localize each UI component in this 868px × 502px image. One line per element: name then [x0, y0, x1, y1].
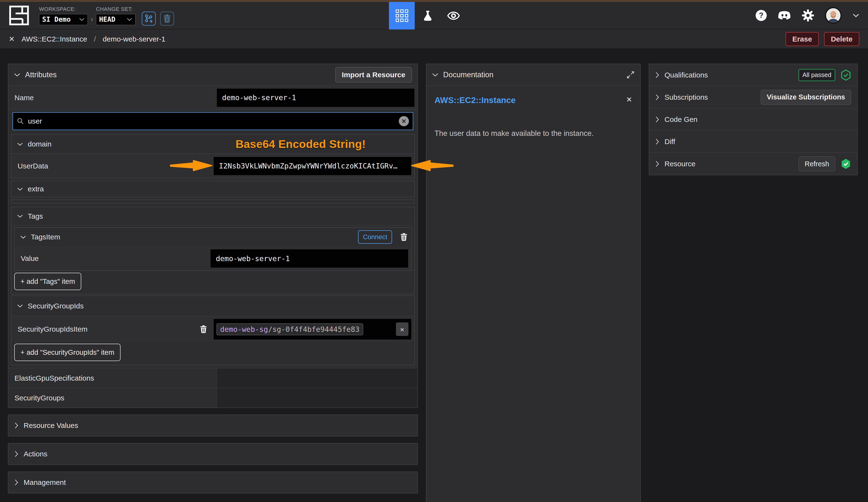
chevron-right-icon	[14, 451, 18, 457]
extra-group: extra	[11, 181, 415, 197]
attributes-title: Attributes	[25, 70, 56, 79]
elastic-gpu-specifications-row: ElasticGpuSpecifications	[8, 368, 417, 388]
tagsitem-header[interactable]: TagsItem Connect	[14, 228, 411, 247]
trash-icon	[400, 233, 407, 241]
workspace-label: WORKSPACE:	[39, 6, 88, 12]
actions-section[interactable]: Actions	[8, 443, 418, 465]
documentation-title: Documentation	[443, 70, 494, 79]
security-group-id-input[interactable]: demo-web-sg/sg-0f4f4bfe94445fe83 ✕	[214, 319, 412, 340]
security-group-ids-group: SecurityGroupIds SecurityGroupIdsItem	[11, 296, 415, 365]
visualize-subscriptions-button[interactable]: Visualize Subscriptions	[761, 90, 851, 105]
security-groups-row: SecurityGroups	[8, 388, 417, 408]
chevron-down-icon	[17, 214, 23, 218]
breadcrumb-separator: /	[94, 35, 96, 43]
refresh-resource-button[interactable]: Refresh	[798, 157, 835, 171]
window-top-strip	[0, 0, 868, 2]
right-column: Qualifications All passed Subscriptions …	[649, 64, 858, 175]
remove-chip-icon[interactable]: ✕	[396, 322, 409, 336]
discord-icon[interactable]	[778, 10, 791, 20]
tab-grid-view[interactable]	[389, 2, 415, 29]
delete-button[interactable]: Delete	[824, 32, 859, 46]
security-group-ids-header[interactable]: SecurityGroupIds	[11, 296, 414, 316]
workspace-value: SI Demo	[42, 16, 71, 23]
name-label: Name	[8, 94, 217, 102]
chevron-down-icon	[14, 73, 20, 77]
gear-icon[interactable]	[802, 9, 814, 21]
resource-exists-icon	[840, 158, 851, 170]
changeset-label: CHANGE SET:	[96, 6, 135, 12]
right-sections-block: Qualifications All passed Subscriptions …	[649, 64, 858, 175]
management-section[interactable]: Management	[8, 472, 418, 493]
chevron-right-icon	[655, 72, 659, 78]
workspace-group: WORKSPACE: SI Demo	[39, 6, 88, 25]
elastic-gpu-specifications-input[interactable]	[217, 368, 417, 388]
expand-icon[interactable]	[627, 71, 634, 79]
connect-button[interactable]: Connect	[358, 230, 392, 244]
component-actions: Erase Delete	[786, 32, 859, 46]
security-group-ids-item-label: SecurityGroupIdsItem	[11, 325, 196, 333]
extra-header[interactable]: extra	[11, 181, 414, 197]
documentation-header[interactable]: Documentation	[426, 64, 640, 86]
qualifications-label: Qualifications	[664, 71, 708, 79]
remove-tagsitem-button[interactable]	[400, 233, 407, 241]
name-input[interactable]: demo-web-server-1	[217, 88, 415, 107]
chip-source-path: /sg-0f4f4bfe94445fe83	[268, 325, 360, 333]
view-tabs	[389, 2, 466, 29]
chevron-down-icon	[17, 142, 23, 146]
close-icon[interactable]: ✕	[9, 35, 15, 43]
documentation-close-icon[interactable]: ✕	[626, 95, 632, 104]
avatar-photo	[826, 8, 840, 23]
erase-button[interactable]: Erase	[786, 32, 819, 46]
documentation-content: AWS::EC2::Instance ✕ The user data to ma…	[426, 86, 640, 148]
attributes-header[interactable]: Attributes Import a Resource	[8, 64, 417, 86]
changeset-select[interactable]: HEAD	[96, 14, 135, 25]
git-branch-plus-icon	[144, 14, 154, 23]
workspace-changeset-separator: ›	[91, 15, 93, 23]
tags-group: Tags TagsItem Connect	[11, 207, 415, 294]
resource-section[interactable]: Resource Refresh	[649, 153, 857, 175]
domain-header[interactable]: domain Base64 Encoded String!	[11, 135, 414, 153]
system-initiative-logo-icon	[9, 5, 29, 26]
domain-group: domain Base64 Encoded String! UserData I…	[11, 134, 415, 178]
tagsitem-group: TagsItem Connect	[14, 227, 412, 271]
changeset-actions	[142, 12, 174, 26]
name-row: Name demo-web-server-1	[8, 86, 417, 110]
qualifications-section[interactable]: Qualifications All passed	[649, 64, 857, 86]
tags-label: Tags	[28, 212, 43, 220]
userdata-input[interactable]: I2Nsb3VkLWNvbmZpZwpwYWNrYWdlczoKICAtIGRv…	[214, 157, 412, 175]
diff-section[interactable]: Diff	[649, 131, 857, 153]
chevron-right-icon	[14, 479, 18, 485]
chevron-down-icon[interactable]	[852, 13, 859, 18]
qualifications-status-badge: All passed	[798, 69, 835, 81]
security-groups-input[interactable]	[217, 388, 417, 408]
tags-header[interactable]: Tags	[11, 207, 414, 225]
subscriptions-section[interactable]: Subscriptions Visualize Subscriptions	[649, 86, 857, 108]
breadcrumb-name: demo-web-server-1	[103, 35, 165, 43]
tab-lab-view[interactable]	[415, 2, 441, 29]
clear-search-icon[interactable]: ✕	[399, 116, 409, 126]
base64-annotation: Base64 Encoded String!	[236, 138, 366, 151]
tag-value-input[interactable]: demo-web-server-1	[210, 249, 409, 268]
subscription-chip[interactable]: demo-web-sg/sg-0f4f4bfe94445fe83	[217, 323, 363, 335]
chevron-down-icon	[127, 18, 132, 21]
userdata-label: UserData	[11, 162, 214, 170]
documentation-heading: AWS::EC2::Instance	[434, 95, 516, 105]
create-changeset-button[interactable]	[142, 12, 156, 26]
import-resource-button[interactable]: Import a Resource	[335, 67, 412, 82]
chevron-right-icon	[655, 94, 659, 100]
chip-source-name: demo-web-sg	[220, 325, 268, 333]
avatar[interactable]	[825, 7, 841, 24]
tab-review-view[interactable]	[441, 2, 466, 29]
abandon-changeset-button[interactable]	[160, 12, 174, 26]
subscriptions-label: Subscriptions	[664, 93, 708, 101]
code-gen-section[interactable]: Code Gen	[649, 108, 857, 131]
trash-icon	[163, 14, 171, 23]
search-input[interactable]	[28, 117, 395, 125]
workspace-select[interactable]: SI Demo	[39, 14, 88, 25]
chevron-down-icon	[17, 304, 23, 308]
help-icon[interactable]: ?	[756, 10, 767, 21]
add-security-group-ids-item-button[interactable]: + add "SecurityGroupIds" item	[14, 344, 121, 361]
add-tags-item-button[interactable]: + add "Tags" item	[14, 273, 81, 290]
remove-security-group-id-button[interactable]	[200, 325, 207, 333]
resource-values-section[interactable]: Resource Values	[8, 415, 418, 436]
